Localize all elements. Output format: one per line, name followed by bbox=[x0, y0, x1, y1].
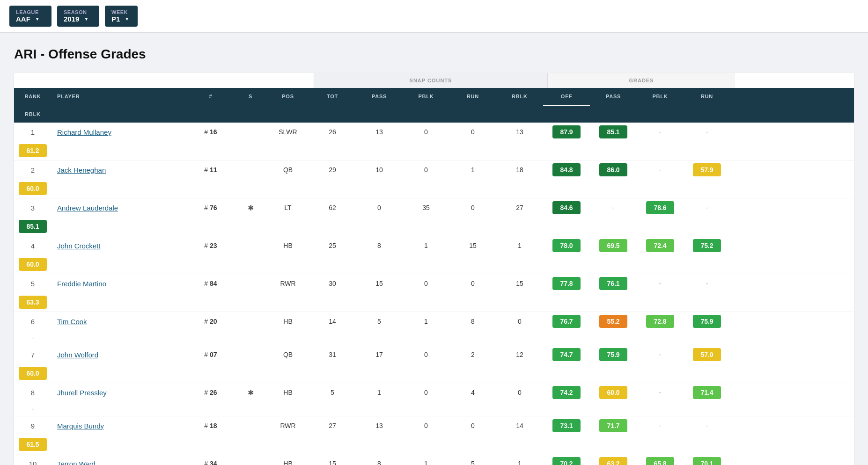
grade-rblk: 60.0 bbox=[14, 255, 51, 274]
grade-pass: 55.2 bbox=[590, 312, 637, 331]
col-run: RUN bbox=[449, 88, 496, 106]
week-dropdown[interactable]: WEEK P1 ▼ bbox=[105, 6, 138, 27]
player-name-link[interactable]: Tim Cook bbox=[51, 313, 187, 330]
table-row: 4John Crockett# 23HB258115178.069.572.47… bbox=[14, 236, 854, 274]
col-off: OFF bbox=[543, 88, 590, 106]
star-indicator bbox=[234, 350, 267, 359]
league-arrow-icon: ▼ bbox=[35, 16, 40, 22]
grade-pass: 76.1 bbox=[590, 274, 637, 293]
grade-off: 73.1 bbox=[543, 416, 590, 435]
grade-pass: 60.0 bbox=[590, 383, 637, 402]
grade-off: 84.8 bbox=[543, 160, 590, 179]
grade-pblk: - bbox=[637, 348, 684, 362]
col-player: PLAYER bbox=[51, 88, 187, 106]
grade-run: 57.9 bbox=[684, 160, 730, 179]
star-indicator bbox=[234, 279, 267, 288]
grade-pass: 85.1 bbox=[590, 123, 637, 141]
grade-pass: 63.2 bbox=[590, 454, 637, 465]
column-headers: RANK PLAYER # S POS TOT PASS PBLK RUN RB… bbox=[14, 88, 854, 123]
col-grade-pass: PASS bbox=[590, 88, 637, 106]
player-name-link[interactable]: Marquis Bundy bbox=[51, 417, 187, 435]
col-rblk: RBLK bbox=[496, 88, 543, 106]
star-indicator bbox=[234, 127, 267, 137]
grade-off: 74.2 bbox=[543, 383, 590, 402]
table-body: 1Richard Mullaney# 16SLWR2613001387.985.… bbox=[14, 123, 854, 465]
grades-label: GRADES bbox=[548, 73, 735, 88]
grade-off: 76.7 bbox=[543, 312, 590, 331]
grades-table: SNAP COUNTS GRADES RANK PLAYER # S POS T… bbox=[14, 73, 854, 465]
grade-pass: 86.0 bbox=[590, 160, 637, 179]
table-row: 9Marquis Bundy# 18RWR2713001473.171.7--6… bbox=[14, 416, 854, 454]
grade-rblk: 63.3 bbox=[14, 293, 51, 312]
grade-pass: 71.7 bbox=[590, 416, 637, 435]
table-row: 6Tim Cook# 20HB14518076.755.272.875.9- bbox=[14, 312, 854, 345]
col-s: S bbox=[234, 88, 267, 106]
grade-rblk: 60.0 bbox=[14, 364, 51, 383]
grade-run: 75.9 bbox=[684, 312, 730, 331]
page-title: ARI - Offense Grades bbox=[14, 47, 854, 62]
grade-run: 57.0 bbox=[684, 345, 730, 364]
grade-rblk: 85.1 bbox=[14, 217, 51, 236]
grade-run: 75.2 bbox=[684, 236, 730, 255]
star-indicator: ✱ bbox=[234, 199, 267, 217]
season-dropdown[interactable]: SEASON 2019 ▼ bbox=[57, 6, 99, 27]
section-headers-row: SNAP COUNTS GRADES bbox=[14, 73, 854, 88]
player-name-link[interactable]: Jhurell Pressley bbox=[51, 384, 187, 401]
grade-pblk: 72.8 bbox=[637, 312, 684, 331]
grade-pass: 69.5 bbox=[590, 236, 637, 255]
col-grade-rblk: RBLK bbox=[14, 106, 51, 123]
player-name-link[interactable]: Terron Ward bbox=[51, 455, 187, 465]
col-pblk: PBLK bbox=[403, 88, 449, 106]
grade-pblk: - bbox=[637, 163, 684, 177]
table-row: 8Jhurell Pressley# 26✱HB5104074.260.0-71… bbox=[14, 383, 854, 416]
grade-off: 84.6 bbox=[543, 198, 590, 217]
table-row: 1Richard Mullaney# 16SLWR2613001387.985.… bbox=[14, 123, 854, 160]
grade-off: 78.0 bbox=[543, 236, 590, 255]
star-indicator bbox=[234, 421, 267, 430]
grade-off: 77.8 bbox=[543, 274, 590, 293]
grade-rblk: - bbox=[14, 402, 51, 416]
week-arrow-icon: ▼ bbox=[125, 16, 129, 22]
top-bar: LEAGUE AAF ▼ SEASON 2019 ▼ WEEK P1 ▼ bbox=[0, 0, 868, 33]
table-row: 5Freddie Martino# 84RWR3015001577.876.1-… bbox=[14, 274, 854, 312]
col-pass: PASS bbox=[356, 88, 403, 106]
grade-run: - bbox=[684, 201, 730, 215]
grade-rblk: 61.2 bbox=[14, 141, 51, 160]
grade-off: 74.7 bbox=[543, 345, 590, 364]
player-name-link[interactable]: Richard Mullaney bbox=[51, 124, 187, 141]
grade-rblk: - bbox=[14, 331, 51, 345]
league-dropdown[interactable]: LEAGUE AAF ▼ bbox=[9, 6, 51, 27]
grade-pblk: 78.6 bbox=[637, 198, 684, 217]
player-name-link[interactable]: Freddie Martino bbox=[51, 275, 187, 292]
grade-pblk: 72.4 bbox=[637, 236, 684, 255]
season-arrow-icon: ▼ bbox=[84, 16, 88, 22]
table-row: 7John Wolford# 07QB3117021274.775.9-57.0… bbox=[14, 345, 854, 383]
player-name-link[interactable]: John Crockett bbox=[51, 237, 187, 254]
star-indicator: ✱ bbox=[234, 384, 267, 402]
player-name-link[interactable]: John Wolford bbox=[51, 346, 187, 363]
grade-pblk: - bbox=[637, 276, 684, 291]
grade-rblk: 61.5 bbox=[14, 435, 51, 454]
grade-pass: 75.9 bbox=[590, 345, 637, 364]
col-pos: POS bbox=[267, 88, 309, 106]
player-name-link[interactable]: Jack Heneghan bbox=[51, 161, 187, 179]
grade-run: 70.1 bbox=[684, 454, 730, 465]
grade-run: - bbox=[684, 125, 730, 139]
col-grade-pblk: PBLK bbox=[637, 88, 684, 106]
table-row: 3Andrew Lauderdale# 76✱LT6203502784.6-78… bbox=[14, 198, 854, 236]
star-indicator bbox=[234, 241, 267, 250]
table-row: 10Terron Ward# 34HB15815170.263.265.870.… bbox=[14, 454, 854, 465]
grade-pblk: - bbox=[637, 125, 684, 139]
star-indicator bbox=[234, 459, 267, 465]
col-rank: RANK bbox=[14, 88, 51, 106]
grade-run: - bbox=[684, 276, 730, 291]
col-number: # bbox=[187, 88, 234, 106]
grade-off: 70.2 bbox=[543, 454, 590, 465]
snap-counts-label: SNAP COUNTS bbox=[314, 73, 548, 88]
grade-pblk: - bbox=[637, 419, 684, 433]
player-name-link[interactable]: Andrew Lauderdale bbox=[51, 199, 187, 217]
grade-rblk: 60.0 bbox=[14, 179, 51, 198]
col-tot: TOT bbox=[309, 88, 356, 106]
grade-pblk: 65.8 bbox=[637, 454, 684, 465]
grade-pblk: - bbox=[637, 385, 684, 400]
